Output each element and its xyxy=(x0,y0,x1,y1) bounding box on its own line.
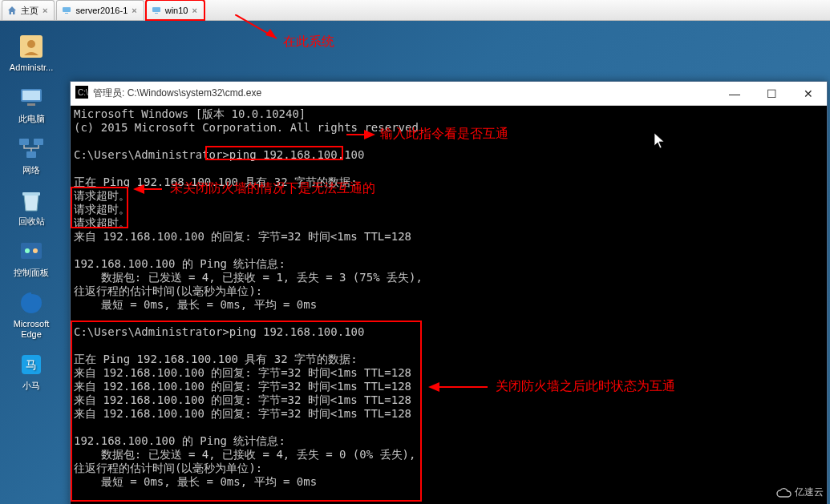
cmd-line: C:\Users\Administrator>ping 192.168.100.… xyxy=(74,325,364,338)
desktop[interactable]: Administr... 此电脑 网络 回收站 控制面板 xyxy=(0,21,830,504)
network-icon xyxy=(17,135,46,163)
svg-rect-11 xyxy=(19,139,29,145)
cmd-title: 管理员: C:\Windows\system32\cmd.exe xyxy=(93,87,716,100)
cmd-line: 最短 = 0ms, 最长 = 0ms, 平均 = 0ms xyxy=(74,475,317,488)
desktop-icons: Administr... 此电脑 网络 回收站 控制面板 xyxy=(5,32,58,390)
desktop-icon-edge[interactable]: Microsoft Edge xyxy=(5,288,58,338)
desktop-icon-admin[interactable]: Administr... xyxy=(5,32,58,72)
tab-server[interactable]: server2016-1 × xyxy=(56,0,144,20)
svg-point-17 xyxy=(33,248,38,253)
cmd-line: 往返行程的估计时间(以毫秒为单位): xyxy=(74,284,262,297)
tab-main-label: 主页 xyxy=(21,5,38,17)
minimize-button[interactable]: — xyxy=(716,82,753,105)
cmd-line: 往返行程的估计时间(以毫秒为单位): xyxy=(74,462,262,474)
cmd-line: 来自 192.168.100.100 的回复: 字节=32 时间<1ms TTL… xyxy=(74,407,411,420)
close-button[interactable]: ✕ xyxy=(790,82,827,105)
cmd-line: 请求超时。 xyxy=(74,203,130,216)
desktop-icon-label: Administr... xyxy=(10,62,53,72)
close-icon[interactable]: × xyxy=(132,6,136,15)
tab-win10[interactable]: win10 × xyxy=(146,0,204,20)
close-icon[interactable]: × xyxy=(192,6,196,15)
computer-icon xyxy=(17,83,46,112)
desktop-icon-recycle[interactable]: 回收站 xyxy=(5,186,58,226)
svg-rect-10 xyxy=(27,103,35,106)
svg-text:马: 马 xyxy=(26,358,37,371)
svg-rect-14 xyxy=(22,192,40,196)
cmd-line: 数据包: 已发送 = 4, 已接收 = 4, 丢失 = 0 (0% 丢失), xyxy=(74,448,415,461)
close-icon[interactable]: × xyxy=(43,6,47,15)
svg-rect-3 xyxy=(155,13,158,14)
desktop-icon-xiaoma[interactable]: 马 小马 xyxy=(5,350,58,390)
app-icon: 马 xyxy=(17,350,46,379)
svg-rect-1 xyxy=(65,13,68,14)
recycle-bin-icon xyxy=(17,186,46,215)
desktop-icon-label: 小马 xyxy=(22,381,40,390)
svg-point-16 xyxy=(25,248,30,253)
tab-win10-label: win10 xyxy=(165,6,188,15)
cmd-icon: C:\ xyxy=(75,86,88,102)
cmd-line: Microsoft Windows [版本 10.0.10240] xyxy=(74,107,306,120)
desktop-icon-ctrlpanel[interactable]: 控制面板 xyxy=(5,237,58,277)
tab-server-label: server2016-1 xyxy=(75,6,128,15)
cmd-line: (c) 2015 Microsoft Corporation. All righ… xyxy=(74,121,425,134)
svg-rect-9 xyxy=(22,91,40,100)
cmd-line: 来自 192.168.100.100 的回复: 字节=32 时间<1ms TTL… xyxy=(74,366,411,379)
cmd-body[interactable]: Microsoft Windows [版本 10.0.10240] (c) 20… xyxy=(71,106,827,504)
edge-icon xyxy=(17,288,46,317)
tab-main[interactable]: 主页 × xyxy=(2,0,55,20)
user-icon xyxy=(17,32,46,61)
monitor-icon xyxy=(152,6,161,15)
cmd-line: 请求超时。 xyxy=(74,216,130,229)
svg-text:C:\: C:\ xyxy=(78,88,88,97)
cmd-line: 192.168.100.100 的 Ping 统计信息: xyxy=(74,257,285,270)
cmd-line: C:\Users\Administrator>ping 192.168.100.… xyxy=(74,148,364,161)
control-panel-icon xyxy=(17,237,46,266)
cmd-line: 最短 = 0ms, 最长 = 0ms, 平均 = 0ms xyxy=(74,298,317,311)
cmd-line: 请求超时。 xyxy=(74,189,130,202)
desktop-icon-network[interactable]: 网络 xyxy=(5,135,58,175)
tab-strip: 主页 × server2016-1 × win10 × xyxy=(0,0,830,21)
home-icon xyxy=(7,6,17,15)
cmd-line: 正在 Ping 192.168.100.100 具有 32 字节的数据: xyxy=(74,353,358,365)
cmd-window: C:\ 管理员: C:\Windows\system32\cmd.exe — ☐… xyxy=(70,81,828,504)
desktop-icon-label: Microsoft Edge xyxy=(5,319,58,338)
svg-rect-15 xyxy=(21,243,42,259)
cmd-titlebar[interactable]: C:\ 管理员: C:\Windows\system32\cmd.exe — ☐… xyxy=(71,82,827,106)
desktop-icon-label: 回收站 xyxy=(18,216,45,226)
cloud-icon xyxy=(775,487,792,498)
monitor-icon xyxy=(62,6,71,15)
desktop-icon-label: 控制面板 xyxy=(14,268,49,277)
svg-rect-12 xyxy=(34,139,43,145)
cmd-line: 数据包: 已发送 = 4, 已接收 = 1, 丢失 = 3 (75% 丢失), xyxy=(74,271,423,284)
desktop-icon-label: 此电脑 xyxy=(18,114,45,123)
svg-point-7 xyxy=(27,40,35,48)
maximize-button[interactable]: ☐ xyxy=(753,82,790,105)
cmd-line: 来自 192.168.100.100 的回复: 字节=32 时间<1ms TTL… xyxy=(74,393,411,406)
svg-rect-13 xyxy=(26,151,36,158)
watermark: 亿速云 xyxy=(775,486,824,499)
cmd-line: 正在 Ping 192.168.100.100 具有 32 字节的数据: xyxy=(74,175,358,188)
cmd-line: 来自 192.168.100.100 的回复: 字节=32 时间<1ms TTL… xyxy=(74,380,411,393)
cmd-line: 来自 192.168.100.100 的回复: 字节=32 时间<1ms TTL… xyxy=(74,230,411,243)
desktop-icon-thispc[interactable]: 此电脑 xyxy=(5,83,58,123)
svg-rect-0 xyxy=(63,7,71,12)
svg-rect-2 xyxy=(152,7,160,12)
cmd-line: 192.168.100.100 的 Ping 统计信息: xyxy=(74,434,285,447)
desktop-icon-label: 网络 xyxy=(22,165,40,175)
